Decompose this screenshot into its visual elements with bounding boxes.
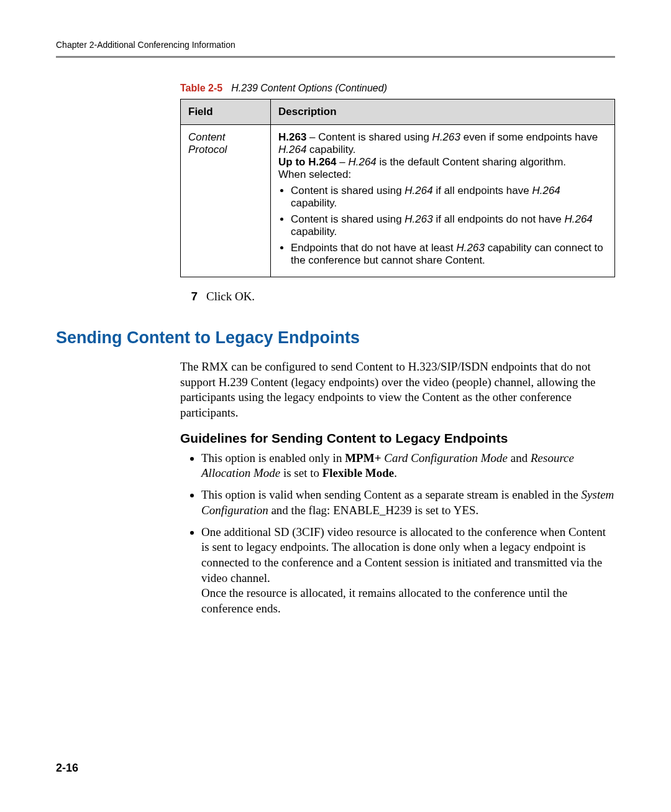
text: .	[394, 466, 397, 479]
text-ital: H.264	[278, 144, 306, 155]
list-item: Content is shared using H.264 if all end…	[291, 185, 607, 210]
table-bullet-list: Content is shared using H.264 if all end…	[278, 185, 607, 267]
text: Once the resource is allocated, it remai…	[201, 586, 567, 615]
text-bold: MPM+	[345, 451, 381, 464]
when-selected: When selected:	[278, 168, 351, 180]
text-ital: H.263	[457, 242, 485, 254]
text: is set to	[280, 466, 322, 479]
text: This option is valid when sending Conten…	[201, 488, 582, 501]
guidelines-heading: Guidelines for Sending Content to Legacy…	[180, 431, 615, 446]
header-rule	[56, 56, 615, 58]
list-item: This option is valid when sending Conten…	[201, 487, 615, 518]
cell-field: Content Protocol	[181, 125, 271, 277]
section-body: The RMX can be configured to send Conten…	[180, 359, 615, 617]
h263-label: H.263	[278, 131, 306, 143]
text: One additional SD (3CIF) video resource …	[201, 525, 606, 584]
text-ital: H.264	[532, 185, 560, 196]
text: Content is shared using	[291, 213, 404, 225]
cell-description: H.263 – Content is shared using H.263 ev…	[271, 125, 615, 277]
step-7: 7 Click OK.	[180, 290, 615, 303]
step-text: Click OK.	[206, 290, 255, 303]
text-ital: H.264	[404, 185, 432, 196]
text-ital: H.263	[432, 131, 460, 143]
text: capability.	[306, 144, 355, 155]
list-item: One additional SD (3CIF) video resource …	[201, 525, 615, 617]
text-ital: H.264	[348, 156, 376, 168]
table-header-row: Field Description	[181, 99, 615, 125]
list-item: This option is enabled only in MPM+ Card…	[201, 451, 615, 481]
content-options-table: Field Description Content Protocol H.263…	[180, 99, 615, 277]
text: – Content is shared using	[306, 131, 432, 143]
text: if all endpoints have	[433, 185, 532, 196]
text: capability.	[291, 197, 337, 209]
running-head: Chapter 2-Additional Conferencing Inform…	[56, 40, 615, 50]
text: if all endpoints do not have	[433, 213, 565, 225]
page: Chapter 2-Additional Conferencing Inform…	[0, 0, 671, 812]
text: even if some endpoints have	[460, 131, 598, 143]
table-caption-text: H.239 Content Options (Continued)	[231, 83, 387, 93]
text: Content is shared using	[291, 185, 404, 196]
text: This option is enabled only in	[201, 451, 345, 464]
text: –	[337, 156, 349, 168]
text-bold: Flexible Mode	[322, 466, 395, 479]
text-ital: H.264	[564, 213, 592, 225]
list-item: Content is shared using H.263 if all end…	[291, 213, 607, 238]
table-caption: Table 2-5H.239 Content Options (Continue…	[180, 83, 615, 94]
table-block: Table 2-5H.239 Content Options (Continue…	[180, 83, 615, 303]
section-heading: Sending Content to Legacy Endpoints	[56, 328, 615, 348]
list-item: Endpoints that do not have at least H.26…	[291, 242, 607, 267]
guidelines-list: This option is enabled only in MPM+ Card…	[180, 451, 615, 617]
text: capability.	[291, 226, 337, 238]
page-number: 2-16	[56, 762, 78, 775]
step-number: 7	[180, 290, 198, 303]
text: Endpoints that do not have at least	[291, 242, 457, 254]
upto-label: Up to H.264	[278, 156, 337, 168]
col-field: Field	[181, 99, 271, 125]
table-caption-label: Table 2-5	[180, 83, 222, 93]
text-ital: Card Configuration Mode	[381, 451, 508, 464]
text-ital: H.263	[404, 213, 432, 225]
table-row: Content Protocol H.263 – Content is shar…	[181, 125, 615, 277]
text: and	[508, 451, 531, 464]
text: is the default Content sharing algorithm…	[377, 156, 566, 168]
text: and the flag: ENABLE_H239 is set to YES.	[268, 504, 479, 517]
intro-paragraph: The RMX can be configured to send Conten…	[180, 359, 615, 421]
col-description: Description	[271, 99, 615, 125]
